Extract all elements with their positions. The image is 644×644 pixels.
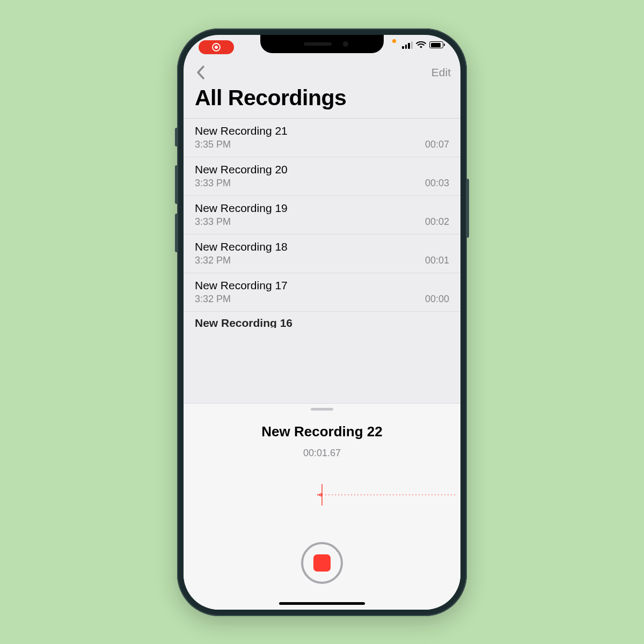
mute-switch[interactable] bbox=[175, 128, 178, 147]
cellular-signal-icon bbox=[402, 41, 413, 49]
active-recording-elapsed: 00:01.67 bbox=[303, 448, 341, 459]
volume-up-button[interactable] bbox=[175, 165, 178, 204]
home-indicator[interactable] bbox=[279, 602, 365, 605]
recording-name: New Recording 18 bbox=[195, 240, 449, 253]
volume-down-button[interactable] bbox=[175, 214, 178, 252]
page-title: All Recordings bbox=[184, 85, 460, 118]
recording-indicator-pill[interactable] bbox=[199, 40, 234, 54]
notch bbox=[260, 35, 384, 53]
recording-duration: 00:07 bbox=[425, 139, 449, 150]
nav-bar: Edit bbox=[184, 60, 460, 85]
svg-point-1 bbox=[215, 46, 218, 49]
recording-time: 3:33 PM bbox=[195, 216, 231, 228]
recording-row[interactable]: New Recording 20 3:33 PM 00:03 bbox=[184, 157, 460, 196]
recording-duration: 00:00 bbox=[425, 294, 449, 305]
back-button[interactable] bbox=[190, 62, 211, 83]
mic-in-use-indicator-icon bbox=[392, 39, 396, 43]
recording-row[interactable]: New Recording 19 3:33 PM 00:02 bbox=[184, 196, 460, 235]
power-button[interactable] bbox=[466, 179, 469, 238]
recording-duration: 00:03 bbox=[425, 178, 449, 189]
recording-name: New Recording 19 bbox=[195, 202, 449, 215]
recording-time: 3:35 PM bbox=[195, 139, 231, 150]
recording-time: 3:32 PM bbox=[195, 294, 231, 305]
stop-record-button[interactable] bbox=[301, 542, 343, 584]
waveform bbox=[184, 484, 460, 506]
recording-name: New Recording 20 bbox=[195, 163, 449, 176]
drawer-grab-handle[interactable] bbox=[311, 408, 333, 411]
phone-frame: Edit All Recordings New Recording 21 3:3… bbox=[177, 28, 467, 616]
edit-button[interactable]: Edit bbox=[431, 66, 451, 79]
battery-icon bbox=[429, 41, 443, 48]
recording-row[interactable]: New Recording 17 3:32 PM 00:00 bbox=[184, 273, 460, 312]
recording-name: New Recording 16 bbox=[195, 317, 449, 328]
recording-row[interactable]: New Recording 21 3:35 PM 00:07 bbox=[184, 119, 460, 157]
chevron-left-icon bbox=[196, 65, 206, 80]
recording-duration: 00:02 bbox=[425, 216, 449, 228]
recording-row[interactable]: New Recording 16 bbox=[184, 312, 460, 328]
active-recording-name: New Recording 22 bbox=[261, 423, 382, 440]
waveform-icon bbox=[188, 484, 456, 506]
recording-name: New Recording 17 bbox=[195, 279, 449, 292]
recording-row[interactable]: New Recording 18 3:32 PM 00:01 bbox=[184, 235, 460, 273]
recording-icon bbox=[211, 42, 221, 52]
wifi-icon bbox=[416, 41, 426, 49]
stop-icon bbox=[313, 554, 331, 572]
recording-name: New Recording 21 bbox=[195, 125, 449, 137]
recording-time: 3:32 PM bbox=[195, 255, 231, 266]
screen: Edit All Recordings New Recording 21 3:3… bbox=[184, 35, 460, 610]
recording-duration: 00:01 bbox=[425, 255, 449, 266]
recordings-list[interactable]: New Recording 21 3:35 PM 00:07 New Recor… bbox=[184, 118, 460, 404]
recording-time: 3:33 PM bbox=[195, 178, 231, 189]
recording-drawer: New Recording 22 00:01.67 bbox=[184, 404, 460, 610]
